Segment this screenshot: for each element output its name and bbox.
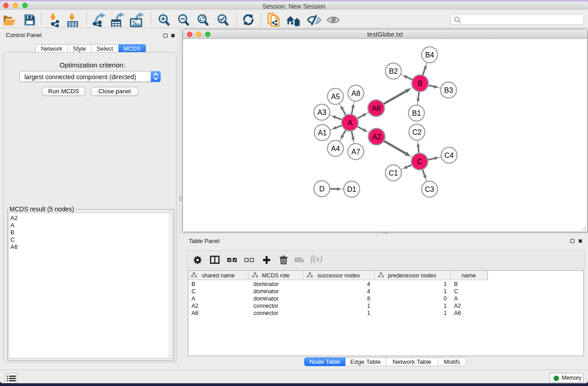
svg-text:A1: A1: [318, 129, 327, 137]
svg-text:D: D: [319, 185, 325, 193]
svg-text:B2: B2: [389, 67, 398, 75]
svg-text:A4: A4: [331, 145, 340, 152]
svg-text:B3: B3: [444, 86, 453, 94]
svg-text:C2: C2: [412, 129, 422, 136]
svg-text:C1: C1: [389, 169, 398, 177]
svg-text:A8: A8: [351, 90, 360, 97]
svg-text:B1: B1: [412, 110, 421, 117]
svg-text:B4: B4: [425, 51, 434, 59]
svg-text:C4: C4: [445, 152, 454, 159]
svg-text:A5: A5: [331, 93, 340, 100]
svg-text:C: C: [417, 158, 422, 166]
svg-text:A7: A7: [351, 148, 360, 156]
svg-text:A: A: [348, 119, 353, 127]
svg-text:A6: A6: [372, 105, 381, 112]
svg-text:C3: C3: [425, 186, 435, 193]
svg-text:B: B: [418, 80, 423, 87]
svg-text:A2: A2: [372, 133, 381, 141]
svg-text:D1: D1: [347, 186, 357, 193]
svg-text:A3: A3: [317, 109, 326, 116]
